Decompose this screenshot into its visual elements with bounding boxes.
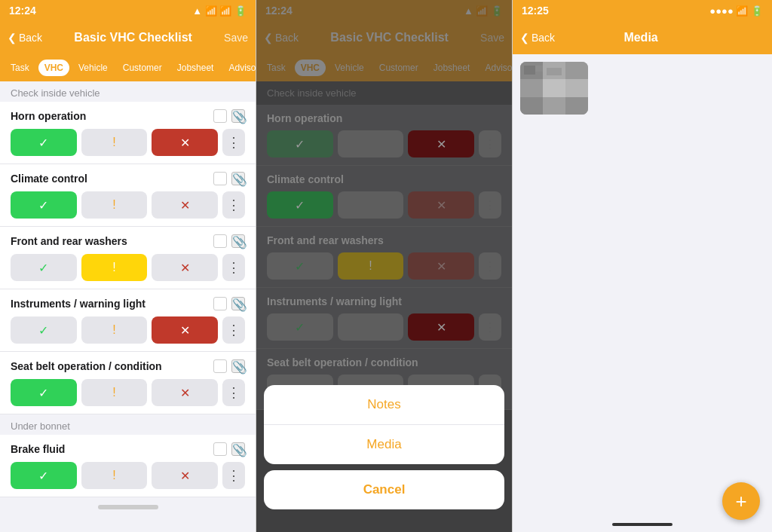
left-status-bar: 12:24 ▲ 📶 📶 🔋 bbox=[0, 0, 256, 21]
action-sheet-cancel[interactable]: Cancel bbox=[264, 470, 504, 509]
home-indicator bbox=[612, 523, 672, 526]
right-nav-title: Media bbox=[555, 31, 727, 44]
media-image-1 bbox=[520, 62, 588, 115]
brakefluid-btn-more[interactable]: ⋮ bbox=[222, 462, 245, 489]
svg-rect-9 bbox=[565, 97, 588, 115]
left-save-button[interactable]: Save bbox=[224, 32, 248, 44]
check-climate-title: Climate control bbox=[11, 173, 87, 185]
action-sheet-group: Notes Media bbox=[264, 385, 504, 464]
left-panel: 12:24 ▲ 📶 📶 🔋 ❮ Back Basic VHC Checklist… bbox=[0, 0, 256, 532]
media-thumbnail-1[interactable] bbox=[520, 62, 588, 115]
check-washers-buttons: ✓ ! ✕ ⋮ bbox=[11, 254, 245, 281]
svg-rect-10 bbox=[524, 66, 535, 75]
check-horn-checkbox[interactable] bbox=[213, 109, 227, 123]
check-horn: Horn operation 📎 ✓ ! ✕ ⋮ bbox=[0, 102, 256, 164]
seatbelt-btn-more[interactable]: ⋮ bbox=[222, 379, 245, 406]
right-chevron-icon: ❮ bbox=[520, 32, 529, 44]
right-time: 12:25 bbox=[522, 5, 549, 17]
horn-btn-fail[interactable]: ✕ bbox=[152, 129, 218, 156]
action-sheet: Notes Media Cancel bbox=[264, 385, 504, 509]
seatbelt-btn-pass[interactable]: ✓ bbox=[11, 379, 77, 406]
check-washers-title: Front and rear washers bbox=[11, 235, 127, 247]
svg-rect-7 bbox=[520, 97, 543, 115]
tab-jobsheet[interactable]: Jobsheet bbox=[171, 60, 220, 76]
washers-btn-pass[interactable]: ✓ bbox=[11, 254, 77, 281]
check-instruments: Instruments / warning light 📎 ✓ ! ✕ ⋮ bbox=[0, 289, 256, 352]
left-time: 12:24 bbox=[9, 5, 36, 17]
check-horn-clip[interactable]: 📎 bbox=[231, 109, 245, 123]
instruments-btn-more[interactable]: ⋮ bbox=[222, 316, 245, 344]
seatbelt-btn-advisory[interactable]: ! bbox=[81, 379, 148, 406]
horn-btn-pass[interactable]: ✓ bbox=[11, 129, 77, 156]
svg-rect-4 bbox=[520, 79, 543, 97]
check-seatbelt-clip[interactable]: 📎 bbox=[231, 359, 245, 373]
check-washers-clip[interactable]: 📎 bbox=[231, 234, 245, 248]
left-checklist-content: Check inside vehicle Horn operation 📎 ✓ … bbox=[0, 81, 256, 532]
action-sheet-notes[interactable]: Notes bbox=[264, 385, 504, 425]
section-inside-vehicle: Check inside vehicle bbox=[0, 81, 256, 102]
check-climate-clip[interactable]: 📎 bbox=[231, 172, 245, 185]
check-brakefluid-title: Brake fluid bbox=[11, 443, 65, 455]
right-status-icons: ●●●● 📶 🔋 bbox=[709, 5, 763, 17]
tab-advisories[interactable]: Advisories bbox=[222, 60, 256, 76]
check-seatbelt-checkbox[interactable] bbox=[213, 359, 227, 373]
check-climate-buttons: ✓ ! ✕ ⋮ bbox=[11, 191, 245, 219]
check-brakefluid: Brake fluid 📎 ✓ ! ✕ ⋮ bbox=[0, 435, 256, 497]
tab-task[interactable]: Task bbox=[5, 60, 35, 76]
left-status-icon: ▲ 📶 📶 🔋 bbox=[192, 5, 247, 17]
climate-btn-advisory[interactable]: ! bbox=[81, 191, 148, 219]
add-media-fab[interactable]: + bbox=[722, 482, 760, 520]
check-brakefluid-checkbox[interactable] bbox=[213, 442, 227, 456]
left-back-button[interactable]: ❮ Back bbox=[8, 32, 42, 44]
check-seatbelt: Seat belt operation / condition 📎 ✓ ! ✕ … bbox=[0, 352, 256, 414]
svg-rect-8 bbox=[543, 97, 565, 115]
tab-vhc[interactable]: VHC bbox=[38, 60, 69, 76]
check-horn-title: Horn operation bbox=[11, 110, 86, 122]
check-instruments-checkbox[interactable] bbox=[213, 297, 227, 310]
check-instruments-title: Instruments / warning light bbox=[11, 298, 146, 310]
instruments-btn-pass[interactable]: ✓ bbox=[11, 316, 77, 344]
right-status-bar: 12:25 ●●●● 📶 🔋 bbox=[513, 0, 772, 21]
check-horn-buttons: ✓ ! ✕ ⋮ bbox=[11, 129, 245, 156]
washers-btn-fail[interactable]: ✕ bbox=[152, 254, 218, 281]
check-climate-checkbox[interactable] bbox=[213, 172, 227, 185]
svg-rect-6 bbox=[565, 79, 588, 97]
check-climate: Climate control 📎 ✓ ! ✕ ⋮ bbox=[0, 164, 256, 227]
brakefluid-btn-pass[interactable]: ✓ bbox=[11, 462, 77, 489]
check-washers-checkbox[interactable] bbox=[213, 234, 227, 248]
brakefluid-btn-fail[interactable]: ✕ bbox=[152, 462, 218, 489]
brakefluid-btn-advisory[interactable]: ! bbox=[81, 462, 148, 489]
left-tab-bar: Task VHC Vehicle Customer Jobsheet Advis… bbox=[0, 54, 256, 81]
right-panel: 12:25 ●●●● 📶 🔋 ❮ Back Media bbox=[513, 0, 772, 532]
middle-panel: 12:24 ▲ 📶 🔋 ❮ Back Basic VHC Checklist S… bbox=[256, 0, 513, 532]
svg-rect-5 bbox=[543, 79, 565, 97]
check-instruments-clip[interactable]: 📎 bbox=[231, 297, 245, 310]
washers-btn-advisory[interactable]: ! bbox=[81, 254, 148, 281]
instruments-btn-advisory[interactable]: ! bbox=[81, 316, 148, 344]
check-brakefluid-clip[interactable]: 📎 bbox=[231, 442, 245, 456]
right-back-button[interactable]: ❮ Back bbox=[520, 32, 555, 44]
tab-customer[interactable]: Customer bbox=[117, 60, 168, 76]
right-back-label: Back bbox=[532, 32, 555, 44]
right-nav-bar: ❮ Back Media bbox=[513, 21, 772, 54]
check-seatbelt-title: Seat belt operation / condition bbox=[11, 360, 162, 372]
climate-btn-pass[interactable]: ✓ bbox=[11, 191, 77, 219]
tab-vehicle[interactable]: Vehicle bbox=[72, 60, 114, 76]
left-back-label: Back bbox=[19, 32, 42, 44]
svg-rect-11 bbox=[535, 66, 543, 72]
washers-btn-more[interactable]: ⋮ bbox=[222, 254, 245, 281]
svg-rect-12 bbox=[547, 68, 562, 75]
action-sheet-media[interactable]: Media bbox=[264, 425, 504, 464]
check-instruments-buttons: ✓ ! ✕ ⋮ bbox=[11, 316, 245, 344]
check-brakefluid-buttons: ✓ ! ✕ ⋮ bbox=[11, 462, 245, 489]
seatbelt-btn-fail[interactable]: ✕ bbox=[152, 379, 218, 406]
left-nav-title: Basic VHC Checklist bbox=[42, 31, 224, 44]
check-horn-icons: 📎 bbox=[213, 109, 245, 123]
climate-btn-fail[interactable]: ✕ bbox=[152, 191, 218, 219]
horn-btn-advisory[interactable]: ! bbox=[81, 129, 148, 156]
horn-btn-more[interactable]: ⋮ bbox=[222, 129, 245, 156]
instruments-btn-fail[interactable]: ✕ bbox=[152, 316, 218, 344]
left-nav-bar: ❮ Back Basic VHC Checklist Save bbox=[0, 21, 256, 54]
check-seatbelt-buttons: ✓ ! ✕ ⋮ bbox=[11, 379, 245, 406]
climate-btn-more[interactable]: ⋮ bbox=[222, 191, 245, 219]
